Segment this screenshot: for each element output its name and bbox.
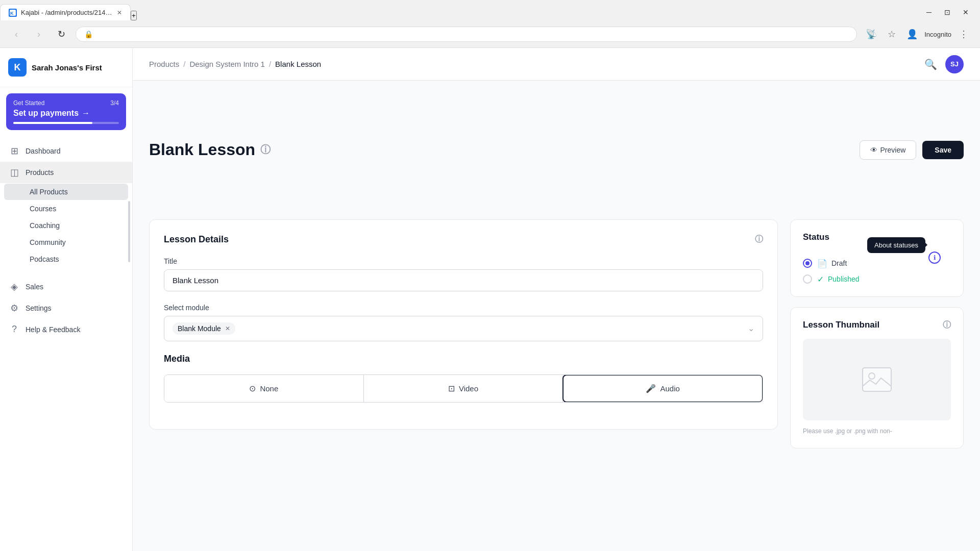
coaching-label: Coaching — [30, 221, 60, 230]
browser-tabs: K Kajabi - /admin/products/21481... ✕ + … — [0, 0, 980, 20]
thumbnail-title: Lesson Thumbnail ⓘ — [803, 320, 951, 331]
bookmark-button[interactable]: ☆ — [884, 26, 900, 42]
sidebar-item-dashboard[interactable]: ⊞ Dashboard — [0, 140, 132, 162]
thumbnail-card: Lesson Thumbnail ⓘ Please use .jpg or — [790, 307, 964, 448]
products-icon: ◫ — [8, 167, 20, 178]
profile-button[interactable]: 👤 — [904, 26, 920, 42]
sidebar: K Sarah Jonas's First Get Started 3/4 Se… — [0, 48, 133, 551]
page-title: Blank Lesson ⓘ — [149, 140, 271, 159]
title-label: Title — [164, 257, 763, 265]
get-started-banner[interactable]: Get Started 3/4 Set up payments → — [6, 93, 126, 130]
draft-radio[interactable] — [803, 259, 812, 268]
sidebar-item-settings[interactable]: ⚙ Settings — [0, 297, 132, 319]
incognito-label: Incognito — [924, 31, 951, 38]
tab-close-button[interactable]: ✕ — [117, 9, 122, 16]
dashboard-label: Dashboard — [26, 147, 61, 155]
active-tab[interactable]: K Kajabi - /admin/products/21481... ✕ — [0, 4, 131, 20]
sidebar-item-help[interactable]: ? Help & Feedback — [0, 319, 132, 340]
breadcrumb-products[interactable]: Products — [149, 60, 179, 68]
module-label: Select module — [164, 304, 763, 312]
status-options: 📄 Draft ✓ Published — [803, 259, 951, 284]
svg-text:K: K — [10, 11, 14, 16]
thumbnail-info-icon[interactable]: ⓘ — [943, 320, 951, 331]
back-button[interactable]: ‹ — [8, 26, 24, 42]
app-layout: K Sarah Jonas's First Get Started 3/4 Se… — [0, 48, 980, 551]
cast-button[interactable]: 📡 — [863, 26, 879, 42]
minimize-button[interactable]: ─ — [921, 4, 937, 20]
sales-icon: ◈ — [8, 281, 20, 292]
selected-module-tag: Blank Module ✕ — [173, 322, 235, 335]
breadcrumb-course[interactable]: Design System Intro 1 — [189, 60, 265, 68]
address-bar[interactable]: 🔒 app.kajabi.com/admin/posts/2166102012/… — [76, 27, 857, 42]
module-form-group: Select module Blank Module ✕ ⌄ — [164, 304, 763, 341]
lesson-details-card: Lesson Details ⓘ Title Select module Bla… — [149, 219, 778, 430]
settings-label: Settings — [26, 304, 52, 312]
svg-rect-2 — [863, 368, 891, 391]
tab-title: Kajabi - /admin/products/21481... — [21, 9, 113, 16]
none-icon: ⊙ — [249, 384, 256, 393]
about-statuses-button[interactable]: ℹ — [928, 252, 941, 264]
media-option-none[interactable]: ⊙ None — [164, 375, 364, 402]
podcasts-label: Podcasts — [30, 255, 59, 263]
save-button[interactable]: Save — [922, 141, 964, 159]
video-icon: ⊡ — [448, 384, 455, 393]
thumbnail-placeholder — [862, 367, 892, 392]
browser-toolbar-actions: 📡 ☆ 👤 Incognito ⋮ — [863, 26, 972, 42]
tab-favicon: K — [9, 9, 17, 17]
community-label: Community — [30, 238, 66, 246]
get-started-header: Get Started 3/4 — [13, 99, 119, 107]
sidebar-item-community[interactable]: Community — [4, 234, 128, 251]
title-help-icon[interactable]: ⓘ — [260, 143, 271, 157]
media-options: ⊙ None ⊡ Video 🎤 Audio — [164, 374, 763, 403]
preview-icon: 👁 — [870, 146, 877, 154]
media-option-audio[interactable]: 🎤 Audio — [562, 374, 763, 403]
thumbnail-note: Please use .jpg or .png with non- — [803, 427, 951, 436]
org-name: Sarah Jonas's First — [32, 63, 102, 72]
published-label: ✓ Published — [817, 274, 860, 284]
media-label: Media — [164, 354, 763, 364]
url-input[interactable]: app.kajabi.com/admin/posts/2166102012/ed… — [97, 30, 848, 38]
audio-icon: 🎤 — [646, 384, 656, 393]
published-radio[interactable] — [803, 274, 812, 284]
search-button[interactable]: 🔍 — [922, 56, 939, 72]
new-tab-button[interactable]: + — [131, 11, 137, 20]
settings-icon: ⚙ — [8, 303, 20, 314]
close-window-button[interactable]: ✕ — [958, 4, 974, 20]
header-actions: 🔍 SJ — [922, 55, 964, 73]
sidebar-item-all-products[interactable]: All Products — [4, 184, 128, 200]
sidebar-item-coaching[interactable]: Coaching — [4, 217, 128, 234]
page-title-actions: 👁 Preview Save — [860, 140, 964, 160]
module-select[interactable]: Blank Module ✕ ⌄ — [164, 316, 763, 341]
forward-button[interactable]: › — [31, 26, 47, 42]
main-content: Products / Design System Intro 1 / Blank… — [133, 48, 980, 551]
lesson-info-icon[interactable]: ⓘ — [755, 234, 763, 245]
sidebar-item-products[interactable]: ◫ Products — [0, 162, 132, 183]
breadcrumb-current: Blank Lesson — [275, 60, 321, 68]
courses-label: Courses — [30, 205, 56, 213]
lesson-details-column: Lesson Details ⓘ Title Select module Bla… — [149, 219, 778, 535]
draft-label: 📄 Draft — [817, 259, 847, 268]
sidebar-item-podcasts[interactable]: Podcasts — [4, 251, 128, 267]
remove-module-tag[interactable]: ✕ — [225, 325, 230, 332]
menu-button[interactable]: ⋮ — [955, 26, 972, 42]
lesson-details-title: Lesson Details ⓘ — [164, 234, 763, 245]
sidebar-item-courses[interactable]: Courses — [4, 201, 128, 217]
sidebar-item-sales[interactable]: ◈ Sales — [0, 276, 132, 297]
maximize-button[interactable]: ⊡ — [939, 4, 955, 20]
progress-bar-fill — [13, 122, 92, 124]
status-option-published[interactable]: ✓ Published — [803, 274, 951, 284]
main-header: Products / Design System Intro 1 / Blank… — [133, 48, 980, 81]
breadcrumb-sep-1: / — [183, 60, 185, 68]
products-label: Products — [26, 168, 54, 177]
title-input[interactable] — [164, 269, 763, 291]
status-title: Status — [803, 232, 829, 242]
preview-button[interactable]: 👁 Preview — [860, 140, 917, 160]
get-started-progress: 3/4 — [110, 99, 119, 107]
reload-button[interactable]: ↻ — [53, 26, 69, 42]
media-option-video[interactable]: ⊡ Video — [364, 375, 564, 402]
user-avatar[interactable]: SJ — [945, 55, 964, 73]
all-products-label: All Products — [30, 188, 68, 196]
thumbnail-placeholder-svg — [862, 367, 892, 392]
module-select-chevron: ⌄ — [748, 323, 754, 333]
page-content: Blank Lesson ⓘ 👁 Preview Save Lesson Det… — [133, 81, 980, 551]
